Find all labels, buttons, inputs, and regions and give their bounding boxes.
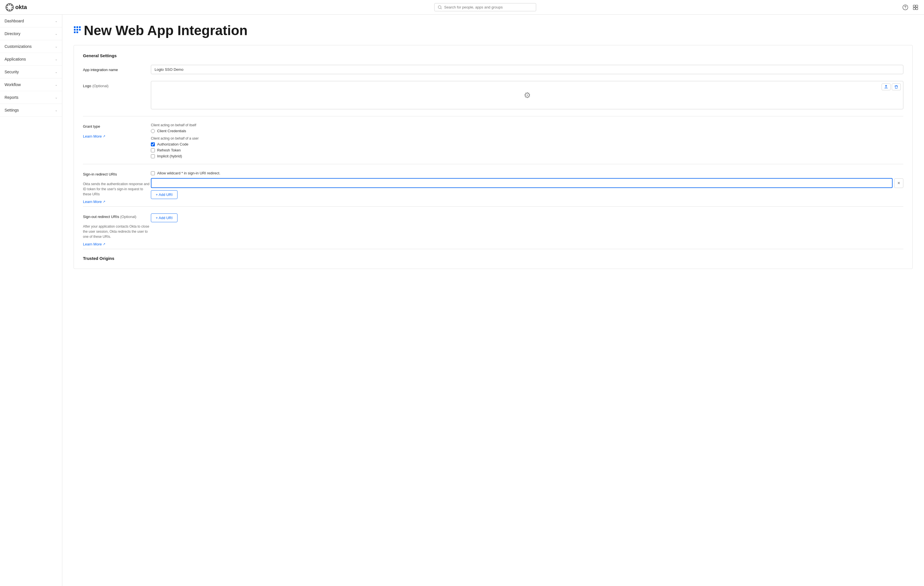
divider-1 (83, 116, 903, 116)
signout-uri-label-text: Sign-out redirect URIs (83, 215, 119, 219)
grant-credentials-radio[interactable] (151, 129, 155, 133)
svg-point-12 (905, 8, 906, 9)
grant-type-label: Grant type (83, 124, 151, 129)
grant-refresh-option[interactable]: Refresh Token (151, 148, 903, 152)
logo-area: okta (6, 3, 68, 12)
svg-rect-16 (916, 8, 918, 10)
logo-row: Logo (Optional) (83, 81, 903, 109)
grant-refresh-checkbox[interactable] (151, 149, 155, 152)
sidebar-item-applications[interactable]: Applications ⌄ (0, 53, 62, 66)
sidebar-item-reports[interactable]: Reports ⌄ (0, 91, 62, 104)
svg-rect-14 (916, 5, 918, 7)
external-link-icon: ↗ (103, 200, 105, 203)
signin-uri-label-col: Sign-in redirect URIs Okta sends the aut… (83, 171, 151, 204)
signin-learn-more-link[interactable]: Learn More ↗ (83, 200, 105, 204)
app-name-input[interactable] (151, 65, 903, 74)
grant-learn-more-text: Learn More (83, 134, 102, 139)
sidebar-item-customizations[interactable]: Customizations ⌄ (0, 40, 62, 53)
signin-uri-label: Sign-in redirect URIs (83, 172, 151, 177)
chevron-down-icon: ⌄ (55, 19, 58, 23)
divider-2 (83, 164, 903, 164)
search-bar (434, 3, 536, 12)
chevron-down-icon: ⌄ (55, 96, 58, 99)
signout-uri-label-col: Sign-out redirect URIs (Optional) After … (83, 213, 151, 247)
search-input[interactable] (444, 5, 533, 9)
sidebar-item-label: Settings (5, 108, 19, 112)
grant-refresh-label: Refresh Token (157, 148, 181, 152)
grant-type-options: Client acting on behalf of itself Client… (151, 123, 903, 162)
grant-auth-code-checkbox[interactable] (151, 142, 155, 146)
okta-logo-icon (6, 3, 13, 12)
chevron-down-icon: ⌄ (55, 70, 58, 74)
sidebar-item-label: Directory (5, 31, 20, 36)
svg-rect-24 (76, 31, 78, 33)
grant-credentials-option[interactable]: Client Credentials (151, 129, 903, 133)
sidebar-item-label: Security (5, 69, 19, 74)
sidebar-item-directory[interactable]: Directory ⌄ (0, 28, 62, 40)
upload-icon (884, 85, 888, 89)
logo-delete-button[interactable] (892, 84, 901, 90)
svg-rect-17 (74, 26, 76, 28)
grant-implicit-checkbox[interactable] (151, 154, 155, 158)
grant-learn-more-link[interactable]: Learn More ↗ (83, 134, 105, 139)
grant-auth-code-label: Authorization Code (157, 142, 188, 146)
logo-upload-area: ⚙ (151, 81, 903, 109)
sidebar-item-workflow[interactable]: Workflow ⌄ (0, 78, 62, 91)
logo-upload-button[interactable] (881, 84, 891, 90)
wildcard-label: Allow wildcard * in sign-in URI redirect… (157, 171, 220, 175)
sidebar-item-settings[interactable]: Settings ⌄ (0, 104, 62, 117)
svg-rect-21 (76, 29, 78, 31)
uri-input-row: × (151, 178, 903, 188)
page-title: New Web App Integration (84, 23, 248, 38)
header: okta (0, 0, 924, 15)
logo-label-col: Logo (Optional) (83, 81, 151, 88)
signout-learn-more-link[interactable]: Learn More ↗ (83, 242, 105, 246)
svg-point-3 (7, 7, 8, 8)
gear-icon: ⚙ (524, 91, 531, 100)
grant-type-row: Grant type Learn More ↗ Client acting on… (83, 123, 903, 162)
chevron-down-icon: ⌄ (55, 45, 58, 48)
signout-learn-more-text: Learn More (83, 242, 102, 246)
signin-learn-more-text: Learn More (83, 200, 102, 204)
search-icon (438, 5, 442, 9)
chevron-down-icon: ⌄ (55, 109, 58, 112)
form-card: General Settings App integration name Lo… (74, 45, 912, 269)
svg-rect-13 (913, 5, 915, 7)
logo-upload-buttons (881, 84, 901, 90)
app-name-field-col (151, 65, 903, 74)
help-button[interactable] (903, 5, 908, 10)
app-name-label-col: App integration name (83, 65, 151, 72)
svg-rect-15 (913, 8, 915, 10)
svg-rect-20 (74, 29, 76, 31)
sidebar-item-label: Reports (5, 95, 18, 100)
svg-point-5 (7, 5, 8, 6)
remove-icon: × (898, 181, 900, 186)
sidebar-item-dashboard[interactable]: Dashboard ⌄ (0, 15, 62, 28)
sidebar-item-label: Applications (5, 57, 26, 61)
grant-implicit-option[interactable]: Implicit (hybrid) (151, 154, 903, 158)
sidebar: Dashboard ⌄ Directory ⌄ Customizations ⌄… (0, 15, 62, 586)
logo-optional: (Optional) (92, 84, 109, 88)
grant-type-label-col: Grant type Learn More ↗ (83, 123, 151, 139)
signout-uri-label: Sign-out redirect URIs (Optional) (83, 215, 151, 219)
grid-button[interactable] (912, 5, 918, 10)
signin-add-uri-button[interactable]: + Add URI (151, 190, 178, 199)
uri-remove-button[interactable]: × (894, 178, 903, 188)
logo-label: Logo (83, 84, 91, 88)
app-name-row: App integration name (83, 65, 903, 74)
chevron-down-icon: ⌄ (55, 58, 58, 61)
logo-field-col: ⚙ (151, 81, 903, 109)
svg-point-4 (12, 7, 13, 8)
signout-uri-description: After your application contacts Okta to … (83, 224, 151, 239)
okta-logo-text: okta (15, 4, 27, 10)
signin-uri-input[interactable] (151, 178, 893, 188)
svg-point-1 (9, 4, 10, 5)
sidebar-item-security[interactable]: Security ⌄ (0, 66, 62, 78)
okta-logo[interactable]: okta (6, 3, 27, 12)
trusted-origins-title: Trusted Origins (83, 256, 903, 261)
signout-add-uri-label: + Add URI (156, 216, 173, 220)
grant-auth-code-option[interactable]: Authorization Code (151, 142, 903, 146)
wildcard-option[interactable]: Allow wildcard * in sign-in URI redirect… (151, 171, 903, 175)
signout-add-uri-button[interactable]: + Add URI (151, 213, 178, 222)
wildcard-checkbox[interactable] (151, 171, 155, 175)
